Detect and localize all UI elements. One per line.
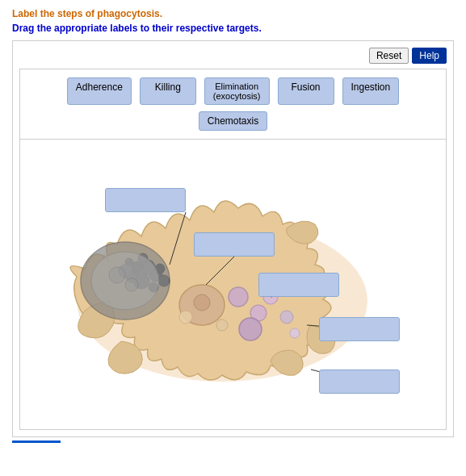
drop-box-2[interactable] (194, 232, 275, 257)
instruction-prefix: Label the steps of (12, 8, 97, 19)
label-adherence[interactable]: Adherence (67, 77, 132, 105)
svg-point-14 (229, 287, 248, 307)
labels-row2: Chemotaxis (28, 111, 438, 131)
label-elimination[interactable]: Elimination(exocytosis) (204, 77, 270, 105)
diagram-area (19, 140, 447, 430)
svg-point-25 (125, 278, 138, 291)
drag-suffix: respective targets. (173, 23, 261, 34)
label-ingestion[interactable]: Ingestion (342, 77, 400, 105)
bottom-accent-bar (12, 441, 61, 443)
drag-prefix: Drag the appropriate labels to (12, 23, 152, 34)
keyword-their: their (152, 23, 173, 34)
svg-point-19 (280, 311, 293, 324)
label-fusion[interactable]: Fusion (278, 77, 334, 105)
cell-illustration (44, 156, 392, 406)
labels-area: Adherence Killing Elimination(exocytosis… (19, 69, 447, 140)
svg-point-23 (91, 252, 159, 310)
drop-box-5[interactable] (319, 370, 400, 394)
instruction-suffix: . (160, 8, 162, 19)
drop-box-4[interactable] (319, 317, 400, 341)
help-button[interactable]: Help (412, 48, 447, 64)
drop-box-3[interactable] (258, 273, 339, 297)
label-killing[interactable]: Killing (140, 77, 196, 105)
instruction-line2: Drag the appropriate labels to their res… (12, 23, 454, 34)
svg-point-20 (290, 328, 300, 338)
main-container: Reset Help Adherence Killing Elimination… (12, 40, 454, 437)
instruction-line1: Label the steps of phagocytosis. (12, 8, 454, 19)
svg-point-16 (239, 318, 262, 340)
reset-button[interactable]: Reset (369, 48, 409, 64)
svg-point-13 (194, 294, 210, 311)
svg-point-18 (216, 319, 228, 331)
drop-box-1[interactable] (105, 188, 186, 212)
keyword-phagocytosis: phagocytosis (97, 8, 159, 19)
labels-row1: Adherence Killing Elimination(exocytosis… (28, 77, 438, 105)
toolbar: Reset Help (19, 48, 447, 64)
svg-point-21 (179, 311, 192, 324)
svg-point-24 (109, 267, 125, 283)
label-chemotaxis[interactable]: Chemotaxis (199, 111, 267, 131)
